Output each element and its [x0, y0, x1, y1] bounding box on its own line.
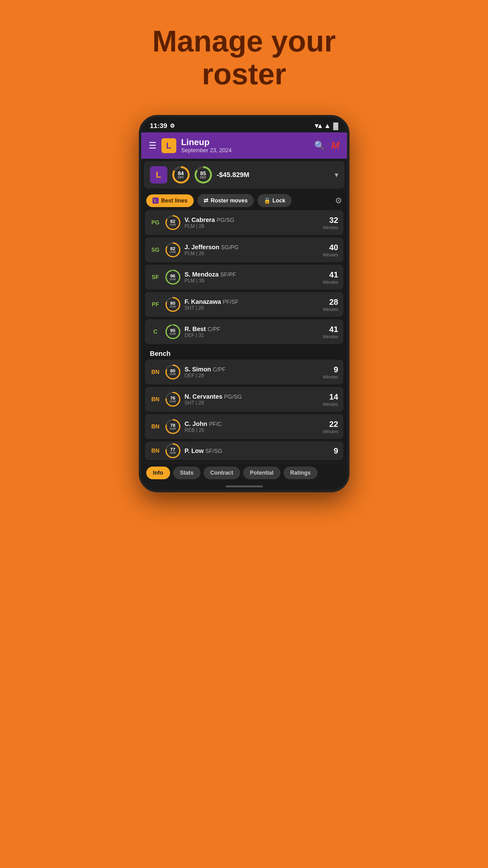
app-header: ☰ L Lineup September 23, 2024 🔍 M: [141, 132, 347, 159]
svg-point-5: [166, 270, 180, 284]
position-badge: SF: [150, 274, 161, 281]
tab-stats[interactable]: Stats: [173, 467, 200, 479]
player-name: C. John PF/C: [185, 421, 320, 428]
page-title-line1: Manage your roster: [152, 25, 335, 90]
table-row[interactable]: BN 77 OVR P. Low SF/SG 9: [145, 441, 343, 460]
position-badge: C: [150, 329, 161, 335]
table-row[interactable]: BN 78 OVR C. John PF/C REB | 25 22 Minut…: [145, 414, 343, 439]
player-info: N. Cervantes PG/SG SHT | 28: [185, 393, 320, 406]
settings-icon: ⚙: [170, 122, 175, 129]
off-rating-circle: 84 OFF: [172, 166, 190, 184]
player-minutes: 9: [334, 446, 338, 456]
player-name: N. Cervantes PG/SG: [185, 393, 320, 400]
player-name: V. Cabrera PG/SG: [185, 216, 320, 223]
position-badge: BN: [150, 447, 161, 454]
settings-button[interactable]: ⚙: [335, 196, 342, 206]
lock-icon: 🔒: [264, 197, 270, 204]
table-row[interactable]: SG 82 OVR J. Jefferson SG/PG PLM | 26 40…: [145, 238, 343, 262]
starters-list: PG 82 OVR V. Cabrera PG/SG PLM | 28 32 M…: [141, 210, 347, 460]
player-info: R. Best C/PF DEF | 31: [185, 326, 320, 338]
home-indicator: [141, 483, 347, 490]
player-minutes: 28 Minutes: [323, 297, 338, 312]
lock-button[interactable]: 🔒 Lock: [258, 194, 292, 207]
player-minutes: 40 Minutes: [323, 243, 338, 257]
battery-icon: ▓: [333, 122, 338, 130]
table-row[interactable]: BN 80 OVR S. Simon C/PF DEF | 28 9 Minut…: [145, 360, 343, 384]
tab-ratings[interactable]: Ratings: [284, 467, 318, 479]
header-subtitle: September 23, 2024: [181, 147, 232, 154]
player-name: S. Simon C/PF: [185, 366, 320, 373]
ovr-circle: 96 OVR: [165, 269, 181, 285]
action-bar: L Best lines ⇄ Roster moves 🔒 Lock ⚙: [141, 191, 347, 210]
position-badge: BN: [150, 424, 161, 430]
ovr-circle: 82 OVR: [165, 242, 181, 258]
player-name: P. Low SF/SG: [185, 447, 330, 455]
table-row[interactable]: PG 82 OVR V. Cabrera PG/SG PLM | 28 32 M…: [145, 210, 343, 235]
svg-point-9: [166, 325, 180, 339]
player-minutes: 9 Minutes: [323, 365, 338, 379]
phone-device: 11:39 ⚙ ▾▴ ▲ ▓ ☰ L Lineup September 23, …: [139, 115, 350, 492]
tab-potential[interactable]: Potential: [243, 467, 281, 479]
bench-header: Bench: [145, 347, 343, 360]
status-bar: 11:39 ⚙ ▾▴ ▲ ▓: [141, 118, 347, 132]
player-minutes: 22 Minutes: [323, 420, 338, 434]
player-minutes: 41 Minutes: [323, 270, 338, 285]
position-badge: BN: [150, 396, 161, 403]
player-name: J. Jefferson SG/PG: [185, 244, 320, 251]
player-detail: SHT | 26: [185, 305, 320, 311]
position-badge: PG: [150, 219, 161, 226]
ovr-circle: 80 OVR: [165, 297, 181, 312]
table-row[interactable]: C 95 OVR R. Best C/PF DEF | 31 41 Minute…: [145, 319, 343, 344]
player-info: V. Cabrera PG/SG PLM | 28: [185, 216, 320, 229]
hamburger-menu[interactable]: ☰: [149, 141, 157, 151]
player-detail: PLM | 26: [185, 251, 320, 256]
ovr-circle: 95 OVR: [165, 323, 181, 340]
tab-info[interactable]: Info: [146, 467, 170, 479]
ovr-circle: 82 OVR: [165, 215, 181, 230]
def-rating-circle: 85 DEF: [195, 166, 212, 184]
player-detail: REB | 25: [185, 428, 320, 433]
player-minutes: 14 Minutes: [323, 392, 338, 407]
player-minutes: 41 Minutes: [323, 324, 338, 339]
player-info: C. John PF/C REB | 25: [185, 421, 320, 433]
player-info: S. Simon C/PF DEF | 28: [185, 366, 320, 378]
player-detail: PLM | 39: [185, 278, 320, 284]
player-info: S. Mendoza SF/PF PLM | 39: [185, 271, 320, 284]
best-lines-logo: L: [153, 197, 159, 204]
ovr-circle: 78 OVR: [165, 418, 181, 435]
table-row[interactable]: BN 76 OVR N. Cervantes PG/SG SHT | 28 14…: [145, 387, 343, 412]
player-name: S. Mendoza SF/PF: [185, 271, 320, 278]
search-button[interactable]: 🔍: [314, 141, 325, 151]
bottom-tab-bar: InfoStatsContractPotentialRatings: [141, 463, 347, 483]
position-badge: PF: [150, 301, 161, 308]
player-detail: DEF | 28: [185, 373, 320, 378]
ovr-circle: 77 OVR: [165, 443, 181, 459]
time-display: 11:39: [150, 122, 167, 130]
player-detail: SHT | 28: [185, 400, 320, 406]
player-minutes: 32 Minutes: [323, 215, 338, 230]
team-bar: L 84 OFF 85 DEF -$45.829M ▾: [144, 161, 345, 188]
ovr-circle: 76 OVR: [165, 391, 181, 407]
position-badge: SG: [150, 247, 161, 253]
ovr-circle: 80 OVR: [165, 364, 181, 380]
swap-icon: ⇄: [203, 197, 208, 204]
wifi-icon: ▾▴: [315, 122, 322, 130]
position-badge: BN: [150, 369, 161, 375]
player-info: F. Kanazawa PF/SF SHT | 26: [185, 298, 320, 311]
salary-display: -$45.829M: [217, 171, 330, 179]
best-lines-button[interactable]: L Best lines: [146, 194, 194, 207]
signal-icon: ▲: [324, 122, 331, 130]
team-icon: M: [331, 140, 339, 151]
player-name: R. Best C/PF: [185, 326, 320, 333]
expand-arrow-icon[interactable]: ▾: [335, 170, 338, 179]
header-title: Lineup: [181, 137, 232, 147]
tab-contract[interactable]: Contract: [203, 467, 240, 479]
player-detail: DEF | 31: [185, 333, 320, 338]
roster-moves-button[interactable]: ⇄ Roster moves: [197, 194, 254, 207]
team-logo: L: [150, 166, 167, 184]
table-row[interactable]: SF 96 OVR S. Mendoza SF/PF PLM | 39 41 M…: [145, 265, 343, 289]
table-row[interactable]: PF 80 OVR F. Kanazawa PF/SF SHT | 26 28 …: [145, 292, 343, 317]
player-name: F. Kanazawa PF/SF: [185, 298, 320, 305]
header-logo: L: [161, 138, 176, 153]
player-detail: PLM | 28: [185, 223, 320, 229]
